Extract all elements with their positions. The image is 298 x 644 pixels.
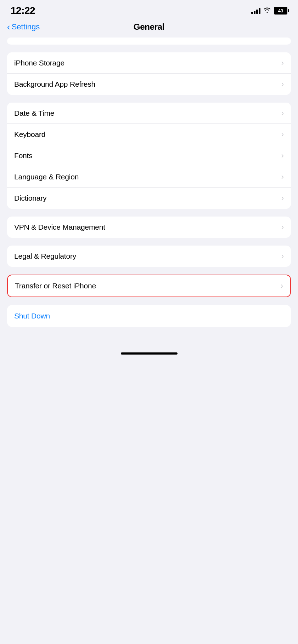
language-region-label: Language & Region [14, 173, 79, 181]
list-item-fonts[interactable]: Fonts › [7, 145, 291, 166]
back-label: Settings [12, 22, 40, 31]
chevron-icon: › [281, 252, 284, 261]
chevron-icon: › [281, 172, 284, 182]
list-item-keyboard[interactable]: Keyboard › [7, 124, 291, 145]
list-item-language-region[interactable]: Language & Region › [7, 166, 291, 188]
list-item-date-time[interactable]: Date & Time › [7, 103, 291, 124]
chevron-icon: › [281, 151, 284, 160]
list-item-legal[interactable]: Legal & Regulatory › [7, 246, 291, 267]
back-chevron-icon: ‹ [7, 22, 10, 31]
chevron-icon: › [281, 80, 284, 89]
legal-label: Legal & Regulatory [14, 252, 76, 260]
home-bar [121, 352, 178, 355]
fonts-label: Fonts [14, 151, 33, 160]
shutdown-button[interactable]: Shut Down [7, 305, 291, 327]
section-transfer-reset: Transfer or Reset iPhone › [7, 275, 291, 297]
transfer-reset-label: Transfer or Reset iPhone [15, 282, 96, 290]
date-time-label: Date & Time [14, 109, 54, 117]
section-legal: Legal & Regulatory › [7, 246, 291, 267]
partial-top-card [7, 38, 291, 45]
status-icons: 43 [251, 7, 287, 15]
status-bar: 12:22 43 [0, 0, 298, 19]
vpn-label: VPN & Device Management [14, 223, 105, 231]
section-storage-refresh: iPhone Storage › Background App Refresh … [7, 52, 291, 95]
chevron-icon: › [281, 194, 284, 203]
status-time: 12:22 [11, 5, 35, 16]
dictionary-label: Dictionary [14, 194, 46, 202]
shutdown-label: Shut Down [14, 312, 50, 320]
wifi-icon [263, 7, 271, 15]
signal-icon [251, 7, 260, 14]
shutdown-card: Shut Down [7, 305, 291, 327]
keyboard-label: Keyboard [14, 130, 45, 139]
background-app-refresh-label: Background App Refresh [14, 80, 95, 88]
chevron-icon: › [281, 223, 284, 232]
battery-icon: 43 [274, 7, 287, 15]
home-indicator [0, 345, 298, 358]
list-item-iphone-storage[interactable]: iPhone Storage › [7, 52, 291, 74]
section-vpn: VPN & Device Management › [7, 217, 291, 238]
list-item-dictionary[interactable]: Dictionary › [7, 188, 291, 209]
back-button[interactable]: ‹ Settings [7, 22, 40, 31]
page-title: General [134, 22, 164, 32]
bottom-spacer [0, 335, 298, 345]
list-item-transfer-reset[interactable]: Transfer or Reset iPhone › [8, 275, 290, 297]
chevron-icon: › [281, 130, 284, 139]
content-area: iPhone Storage › Background App Refresh … [0, 38, 298, 327]
chevron-icon: › [281, 58, 284, 68]
list-item-background-app-refresh[interactable]: Background App Refresh › [7, 74, 291, 95]
section-date-language: Date & Time › Keyboard › Fonts › Languag… [7, 103, 291, 209]
nav-bar: ‹ Settings General [0, 19, 298, 38]
list-item-vpn[interactable]: VPN & Device Management › [7, 217, 291, 238]
iphone-storage-label: iPhone Storage [14, 59, 64, 67]
chevron-icon: › [281, 281, 283, 291]
chevron-icon: › [281, 109, 284, 118]
